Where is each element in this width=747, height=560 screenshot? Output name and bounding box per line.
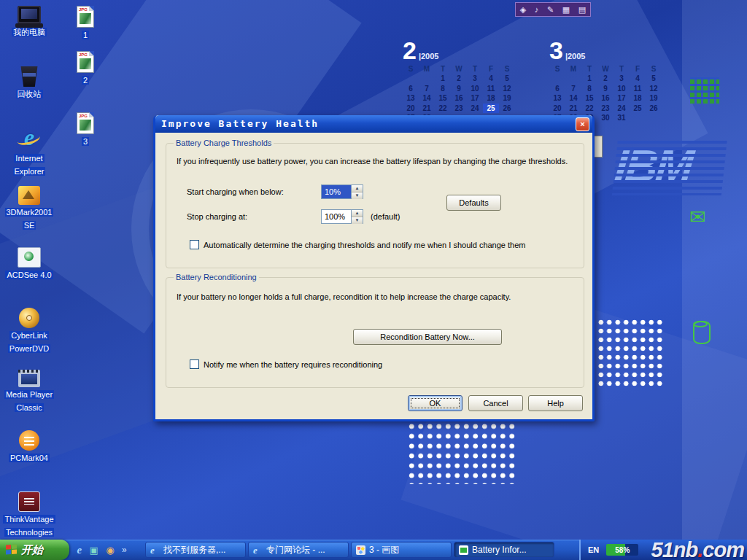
day-header: T [614,64,630,74]
recondition-battery-button[interactable]: Recondition Battery Now... [353,329,502,345]
task-label: 专门网论坛 - ... [266,544,325,556]
pen-icon[interactable]: ✎ [547,4,554,15]
ok-button[interactable]: OK [408,395,462,411]
spin-up-icon[interactable]: ▲ [352,185,363,192]
help-button[interactable]: Help [528,395,583,411]
stop-threshold-spinner[interactable]: 100% ▲ ▼ [321,209,363,224]
calendar-day: 6 [403,84,419,94]
dot-grid-decoration [597,318,664,388]
dial-icon[interactable]: ◈ [520,4,526,15]
calendar-day: 23 [451,104,467,114]
desktop-icon-internet-explorer[interactable]: Internet Explorer [3,125,55,183]
auto-determine-checkbox-row[interactable]: Automatically determine the charging thr… [190,240,525,249]
calendar-day: 21 [419,104,435,114]
note-icon[interactable]: ♪ [535,4,539,15]
desktop-icon-label: 2 [82,76,89,85]
calendar-day: 24 [614,104,630,114]
day-header: T [435,64,451,74]
day-header: T [581,64,597,74]
start-button[interactable]: 开始 [0,540,69,560]
battery-indicator[interactable]: 58% [606,544,638,556]
language-indicator[interactable]: EN [588,545,599,554]
calendar-day [630,113,646,123]
desktop-icon-jpg2[interactable]: JPG2 [63,51,108,95]
spin-down-icon[interactable]: ▼ [352,217,363,224]
grid-icon[interactable]: ▦ [562,4,570,15]
calendar-day: 23 [597,104,614,114]
quick-launch-overflow-chevron[interactable]: » [122,545,132,555]
calendar-day: 10 [467,84,483,94]
desktop-icon-jpg1[interactable]: JPG1 [63,6,108,50]
calendar-day: 15 [581,93,597,104]
calendar-day: 22 [435,104,451,114]
notify-reconditioning-checkbox[interactable] [190,359,199,369]
defaults-button[interactable]: Defaults [446,195,501,211]
desktop-icon-label: Media Player Classic [4,390,54,412]
internet-explorer-icon [16,125,42,149]
start-threshold-value[interactable]: 10% [322,185,351,198]
cancel-button[interactable]: Cancel [468,395,523,411]
watermark-right: com [703,538,744,560]
desktop-icon-mpc[interactable]: Media Player Classic [3,370,55,428]
desktop-icon-label: ThinkVantage Technologies [3,515,55,537]
auto-determine-checkbox[interactable] [190,240,199,249]
task-label: 找不到服务器,... [163,544,225,556]
jpg-file-icon: JPG [77,112,94,134]
calendar-year: |2005 [565,52,586,61]
desktop-icon-recycle-bin[interactable]: 回收站 [3,66,55,125]
show-desktop-icon[interactable]: ▣ [90,545,98,556]
day-header: W [597,64,614,74]
calendar-day: 19 [499,93,515,104]
ibm-logo: IBM [612,137,727,195]
jpg-file-icon: JPG [77,51,94,73]
paint-icon [356,545,365,555]
cylinder-icon [693,321,711,344]
desktop-icon-pcmark[interactable]: PCMark04 [3,430,55,489]
taskbar-task[interactable]: Battery Infor... [454,542,554,558]
dialog-body: Battery Charge Thresholds If you infrequ… [155,133,592,421]
close-button[interactable]: × [576,117,589,131]
ie-quick-icon[interactable]: e [77,544,82,556]
calendar-day: 9 [451,84,467,94]
calendar-day: 17 [614,93,630,104]
calendar-day: 11 [483,84,499,94]
start-threshold-spinner[interactable]: 10% ▲ ▼ [321,184,363,199]
calendar-day: 14 [565,93,581,104]
calendar-month: 2 [403,36,417,64]
media-player-quick-icon[interactable]: ◉ [106,545,114,556]
desktop-icon-my-computer[interactable]: 我的电脑 [3,6,55,64]
spin-up-icon[interactable]: ▲ [352,210,363,217]
calendar-day: 24 [467,104,483,114]
desktop-icon-3dmark[interactable]: 3DMark2001 SE [3,186,55,244]
taskbar-task[interactable]: 专门网论坛 - ... [248,542,349,558]
calendar-day [403,74,419,84]
desktop-icon-jpg3[interactable]: JPG3 [63,112,108,156]
notify-reconditioning-checkbox-row[interactable]: Notify me when the battery requires reco… [190,359,382,369]
calendar-day: 17 [467,93,483,104]
calendar-day: 1 [435,74,451,84]
stop-threshold-value[interactable]: 100% [322,210,351,223]
dialog-titlebar[interactable]: Improve Battery Health × [155,115,592,133]
day-header: M [419,64,435,74]
taskbar-task[interactable]: 找不到服务器,... [145,542,246,558]
desktop-icon-acdsee[interactable]: ACDSee 4.0 [3,247,55,306]
calendar-day: 6 [549,84,565,94]
mpc-icon [18,370,40,387]
dialog-title: Improve Battery Health [161,115,576,133]
desktop-icon-powerdvd[interactable]: CyberLink PowerDVD [3,308,55,366]
battery-reconditioning-group: Battery Reconditioning If your battery n… [166,277,584,388]
battery-percent: 58% [615,546,630,554]
battery-icon [459,545,468,555]
watermark-left: 51nb [651,538,698,560]
floating-toolbar[interactable]: ◈♪✎▦▤ [515,2,591,17]
calendar-day [646,113,662,123]
acdsee-icon [18,247,41,268]
windows-flag-icon [6,544,18,555]
doc-icon[interactable]: ▤ [578,4,586,15]
calendar-day: 15 [435,93,451,104]
powerdvd-icon [19,308,39,328]
spin-down-icon[interactable]: ▼ [352,192,363,199]
reconditioning-description: If your battery no longer holds a full c… [177,292,574,301]
calendar-day: 1 [581,74,597,84]
taskbar-task[interactable]: 3 - 画图 [351,542,452,558]
